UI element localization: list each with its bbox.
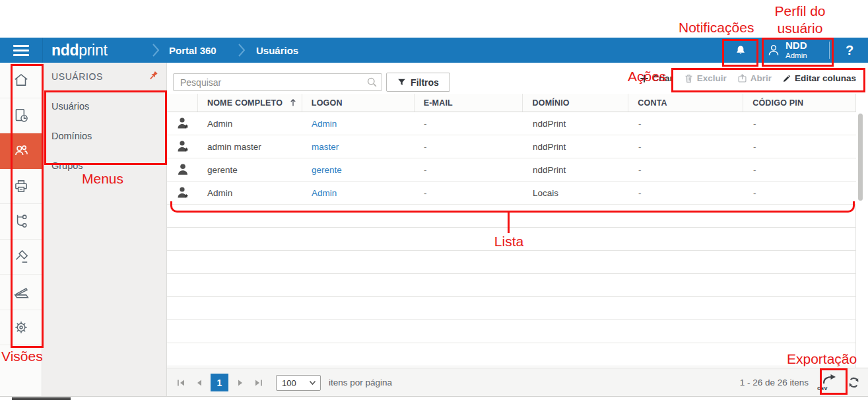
cell-codigo-pin: - [744, 112, 856, 135]
sidebar-item-hierarchy[interactable] [0, 204, 42, 240]
cell-dominio: nddPrint [523, 135, 629, 158]
page-size-select[interactable]: 100 [276, 375, 321, 391]
cell-dominio: Locais [523, 182, 629, 204]
cell-nome: Admin [198, 182, 302, 204]
cell-conta: - [629, 182, 744, 204]
edit-columns-button[interactable]: Editar colunas [782, 73, 856, 83]
empty-list-area [167, 205, 856, 368]
main-content: Filtros Criar Excluir Abrir Editar colun… [167, 63, 868, 397]
column-conta[interactable]: CONTA [628, 94, 743, 112]
cell-logon-link[interactable]: Admin [312, 188, 337, 198]
notifications-button[interactable] [731, 42, 750, 60]
plus-icon [640, 74, 649, 83]
help-button[interactable]: ? [840, 38, 859, 63]
column-dominio[interactable]: DOMÍNIO [523, 94, 628, 112]
create-button[interactable]: Criar [640, 73, 673, 83]
first-page-icon [176, 378, 186, 387]
breadcrumb-portal360[interactable]: Portal 360 [169, 38, 217, 63]
open-button[interactable]: Abrir [737, 73, 772, 83]
sidebar-item-scanner[interactable] [0, 275, 42, 310]
submenu-title: USUÁRIOS [51, 71, 103, 82]
table-row[interactable]: admin master master - nddPrint - - [167, 135, 856, 158]
cell-logon-link[interactable]: Admin [312, 119, 337, 129]
top-bar: nddprint Portal 360 Usuários NDD Admin ? [0, 38, 868, 63]
profile-role: Admin [785, 51, 807, 60]
submenu-item-grupos[interactable]: Grupos [42, 151, 167, 180]
sidebar-item-reports[interactable] [0, 98, 42, 134]
trash-icon [684, 73, 694, 83]
first-page-button[interactable] [175, 377, 187, 389]
filters-label: Filtros [411, 77, 439, 88]
horizontal-scrollbar[interactable] [12, 397, 71, 400]
nddprint-logo: nddprint [51, 38, 108, 63]
column-nome-completo[interactable]: NOME COMPLETO [198, 94, 302, 112]
export-csv-button[interactable]: csv [817, 374, 837, 391]
annotation-profile: Perfil do usuário [764, 3, 836, 37]
sort-asc-icon [289, 98, 297, 107]
sidebar-item-users[interactable] [0, 133, 42, 169]
cell-codigo-pin: - [744, 158, 856, 181]
table-row[interactable]: Admin Admin - nddPrint - - [167, 112, 856, 135]
column-logon[interactable]: LOGON [302, 94, 415, 112]
logo-light-text: print [79, 42, 107, 59]
create-label: Criar [652, 73, 673, 83]
hamburger-menu-icon[interactable] [0, 38, 42, 63]
pushpin-icon[interactable] [147, 69, 160, 83]
cell-nome: admin master [198, 135, 302, 158]
sidebar-item-printers[interactable] [0, 169, 42, 205]
column-icon [167, 94, 198, 112]
prev-page-button[interactable] [193, 377, 205, 389]
cell-conta: - [629, 112, 744, 135]
cell-logon-link[interactable]: gerente [312, 165, 342, 175]
submenu-item-dominios[interactable]: Domínios [42, 121, 167, 151]
submenu-item-usuarios[interactable]: Usuários [42, 91, 167, 121]
column-label: NOME COMPLETO [207, 98, 283, 108]
topbar-divider [829, 42, 830, 59]
topbar-divider [42, 38, 43, 63]
vertical-scrollbar[interactable] [858, 114, 863, 201]
column-codigo-pin[interactable]: CÓDIGO PIN [743, 94, 855, 112]
delete-button[interactable]: Excluir [684, 73, 727, 83]
user-star-icon [176, 185, 190, 200]
person-icon [766, 42, 782, 58]
cell-email: - [415, 158, 523, 181]
cell-conta: - [629, 158, 744, 181]
next-page-button[interactable] [234, 377, 246, 389]
pencil-icon [782, 74, 791, 83]
last-page-button[interactable] [252, 377, 264, 389]
cell-codigo-pin: - [744, 182, 856, 204]
user-star-icon [176, 139, 190, 154]
pagination: 1 [175, 368, 264, 397]
column-email[interactable]: E-MAIL [415, 94, 523, 112]
items-range-label: 1 - 26 de 26 itens [740, 378, 809, 387]
sidebar-item-home[interactable] [0, 63, 42, 98]
table-row[interactable]: Admin Admin - Locais - - [167, 182, 856, 205]
settings-icon [13, 319, 30, 336]
breadcrumb-usuarios[interactable]: Usuários [256, 38, 298, 63]
csv-label: csv [817, 385, 828, 391]
search-icon [366, 77, 378, 88]
sidebar-item-settings[interactable] [0, 310, 42, 346]
refresh-button[interactable] [846, 375, 861, 391]
page: nddprint Portal 360 Usuários NDD Admin ? [0, 0, 868, 402]
user-icon [176, 162, 190, 177]
annotation-profile-line1: Perfil do [764, 3, 836, 20]
current-page[interactable]: 1 [211, 374, 228, 391]
cell-conta: - [629, 135, 744, 158]
csv-export-icon [822, 374, 837, 385]
annotation-profile-line2: usuário [764, 20, 836, 37]
filters-button[interactable]: Filtros [386, 73, 450, 92]
user-star-icon [176, 116, 190, 131]
table-header: NOME COMPLETO LOGON E-MAIL DOMÍNIO CONTA… [167, 94, 856, 112]
annotation-notifications: Notificações [679, 20, 754, 36]
logo-bold-text: ndd [51, 42, 79, 59]
table-row[interactable]: gerente gerente - nddPrint - - [167, 158, 856, 182]
sidebar-item-rules[interactable] [0, 240, 42, 275]
bell-icon [734, 44, 747, 58]
search-input[interactable] [173, 73, 382, 91]
filter-funnel-icon [397, 78, 406, 87]
page-size-value: 100 [282, 378, 296, 388]
user-profile-button[interactable]: NDD Admin [766, 38, 807, 63]
cell-logon-link[interactable]: master [312, 142, 339, 152]
next-page-icon [237, 378, 244, 387]
